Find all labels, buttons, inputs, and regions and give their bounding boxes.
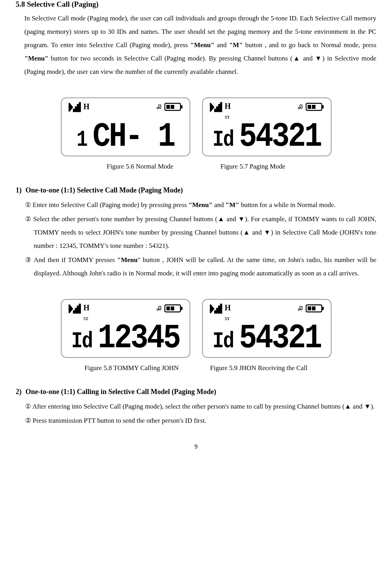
step-text: and [213, 201, 226, 209]
h-indicator: H 5T [225, 304, 231, 321]
lcd-id-label: Id [71, 328, 93, 354]
music-icon [157, 104, 162, 110]
step-2-2: ② Press transmission PTT button to send … [16, 414, 376, 427]
signal-icon [68, 102, 81, 112]
sub2-number: 2) [16, 388, 22, 396]
figure-row-2: H 5T Id 12345 [16, 299, 376, 358]
menu-keyword: "Menu [117, 256, 138, 264]
svg-rect-6 [308, 105, 311, 109]
intro-paragraph: In Selective Call mode (Paging mode), th… [16, 12, 376, 79]
lcd-main-text: 12345 [98, 323, 179, 354]
sub1-number: 1) [16, 186, 22, 194]
step-text: button for a while in Normal mode. [239, 201, 336, 209]
lcd-tommy-calling: H 5T Id 12345 [61, 299, 190, 358]
music-icon [298, 306, 303, 311]
intro-text-2: and [214, 41, 229, 49]
step-1-1: ① Enter into Selective Call (Paging mode… [16, 198, 376, 212]
h-letter: H [84, 303, 90, 312]
svg-rect-2 [166, 105, 170, 109]
h-letter: H [225, 102, 231, 110]
svg-rect-15 [312, 306, 315, 310]
lcd-id-label: Id [213, 127, 234, 152]
lcd-paging-mode: H 5T Id 54321 [202, 97, 332, 156]
lcd-normal-mode: H 1 CH- 1 [61, 97, 190, 156]
battery-icon [164, 304, 183, 313]
svg-rect-11 [171, 306, 174, 310]
caption-5-8: Figure 5.8 TOMMY Calling JOHN [84, 364, 179, 372]
lcd-main-text: CH- 1 [93, 121, 174, 152]
h-letter: H [225, 303, 231, 312]
signal-icon [209, 304, 222, 314]
section-heading-5-8: 5.8 Selective Call (Paging) [16, 0, 376, 9]
svg-rect-7 [312, 105, 315, 109]
caption-5-7: Figure 5.7 Paging Mode [221, 163, 285, 170]
music-icon [157, 306, 162, 311]
music-icon [298, 104, 303, 110]
battery-icon [306, 304, 325, 313]
svg-rect-1 [181, 105, 182, 108]
step-text: ③ And then if TOMMY presses [25, 256, 117, 264]
svg-rect-9 [181, 307, 182, 310]
svg-rect-13 [322, 307, 324, 310]
figure-row-1: H 1 CH- 1 [16, 97, 376, 156]
step-text: ① Enter into Selective Call (Paging mode… [25, 201, 188, 209]
h-indicator: H [84, 102, 90, 111]
sub1-title: One-to-one (1:1) Selective Call Mode (Pa… [26, 186, 183, 194]
svg-rect-10 [166, 306, 170, 310]
m-keyword: "M" [229, 41, 243, 49]
svg-rect-14 [308, 306, 311, 310]
lcd-small-digit: 1 [77, 127, 87, 152]
step-2-1: ① After entering into Selective Call (Pa… [16, 400, 376, 413]
figure-captions-2: Figure 5.8 TOMMY Calling JOHN Figure 5.9… [16, 364, 376, 372]
lcd-id-label: Id [213, 328, 234, 354]
menu-keyword-2: "Menu" [24, 55, 48, 62]
figure-captions-1: Figure 5.6 Normal Mode Figure 5.7 Paging… [16, 163, 376, 170]
svg-rect-3 [171, 105, 174, 109]
lcd-john-receiving: H 5T Id 54321 [202, 299, 332, 358]
signal-icon [209, 102, 222, 112]
caption-5-9: Figure 5.9 JHON Receiving the Call [210, 364, 307, 372]
sub2-title: One-to-one (1:1) Calling in Selective Ca… [26, 388, 216, 396]
intro-text-4: button for two seconds in Selective Call… [24, 55, 376, 75]
caption-5-6: Figure 5.6 Normal Mode [107, 163, 173, 170]
menu-keyword: "Menu" [190, 41, 214, 49]
signal-icon [68, 304, 81, 314]
battery-icon [164, 102, 183, 112]
h-indicator: H 5T [225, 102, 231, 119]
five-tone-indicator: 5T [225, 115, 230, 119]
five-tone-indicator: 5T [84, 316, 89, 321]
page-number: 9 [16, 443, 376, 450]
step-1-3: ③ And then if TOMMY presses "Menu" butto… [16, 253, 376, 280]
step-1-2: ② Select the other person's tone number … [16, 213, 376, 253]
battery-icon [306, 102, 325, 112]
svg-rect-5 [322, 105, 324, 108]
menu-keyword: "Menu" [188, 201, 212, 209]
lcd-main-text: 54321 [239, 323, 321, 354]
intro-text-3: button , and to go back to Normal mode, … [243, 41, 376, 49]
m-keyword: "M" [226, 201, 239, 209]
h-indicator: H 5T [84, 304, 90, 321]
lcd-main-text: 54321 [239, 121, 321, 152]
five-tone-indicator: 5T [225, 316, 230, 321]
